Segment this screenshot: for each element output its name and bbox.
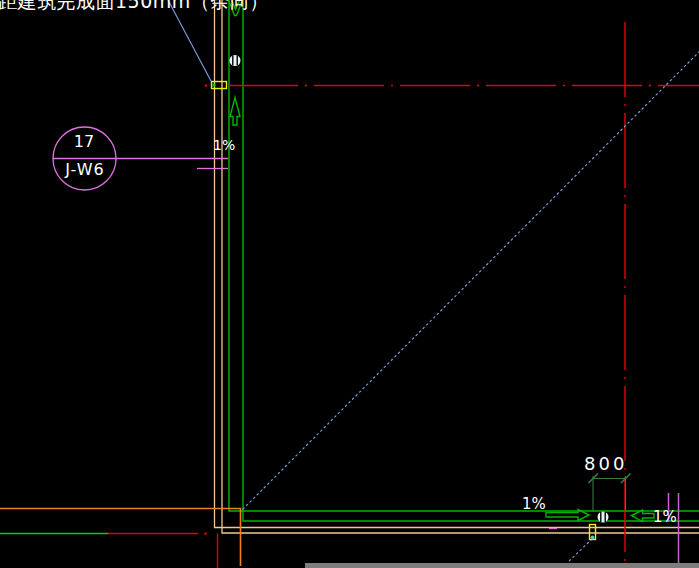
- wall-line-inner: [222, 0, 699, 533]
- floor-drain-top-icon: [230, 55, 241, 66]
- top-note-text: 距建筑完成面150mm（余同）: [0, 0, 269, 11]
- callout-number: 17: [54, 134, 114, 150]
- blue-leader-line: [168, 0, 211, 81]
- floor-drain-bottom-icon: [598, 512, 609, 523]
- blue-dotted-diagonal-short: [567, 539, 592, 563]
- dimension-800-label: 800: [584, 455, 627, 473]
- statusbar-fragment[interactable]: [305, 563, 699, 568]
- grip-snap-dot-green: [213, 84, 216, 87]
- dimension-800-lines: [589, 474, 631, 513]
- orange-pipe-line: [0, 509, 241, 567]
- pipe-line-inner: [243, 0, 699, 521]
- blue-dotted-diagonal: [243, 52, 699, 509]
- cad-viewport[interactable]: 距建筑完成面150mm（余同） 17 J-W6 1% 800 1% 1%: [0, 0, 699, 568]
- wall-line-outer: [215, 0, 699, 528]
- grip-snap-dot-cyan: [591, 536, 595, 540]
- cad-linework: [0, 0, 699, 568]
- pipe-line-outer: [229, 0, 699, 511]
- slope-label-bottom-left: 1%: [522, 497, 546, 512]
- slope-arrow-left-icon: [632, 510, 655, 522]
- slope-label-bottom-right: 1%: [653, 510, 677, 525]
- slope-label-top: 1%: [213, 138, 235, 152]
- callout-code: J-W6: [54, 162, 116, 178]
- centerline-dot-top: [205, 84, 207, 86]
- centerline-dot-bottom: [204, 532, 206, 534]
- flow-arrow-up-icon: [230, 98, 240, 126]
